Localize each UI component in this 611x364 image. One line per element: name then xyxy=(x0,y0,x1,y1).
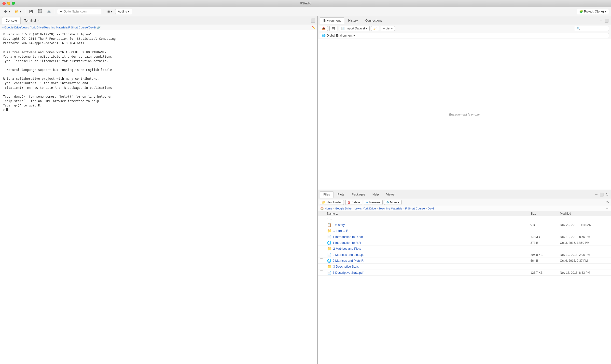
desc-pdf-link[interactable]: 3 Descriptive Stats.pdf xyxy=(333,271,363,274)
save-all-button[interactable] xyxy=(36,8,44,15)
save-button[interactable]: 💾 xyxy=(27,9,35,14)
path-copy-icon[interactable]: 🔗 xyxy=(97,26,100,29)
desc-pdf-icon: 📄 xyxy=(327,271,331,275)
open-file-button[interactable]: 📂 ▾ xyxy=(13,9,23,14)
tab-viewer[interactable]: Viewer xyxy=(383,192,399,197)
tab-files[interactable]: Files xyxy=(320,191,333,198)
import-dataset-button[interactable]: 📊 Import Dataset ▾ xyxy=(339,26,370,31)
console-clear-icon[interactable]: ✏️ xyxy=(312,26,315,29)
files-maximize-icon[interactable]: ⬜ xyxy=(599,192,604,197)
project-dropdown-icon: ▾ xyxy=(605,10,606,13)
desc-pdf-checkbox[interactable] xyxy=(320,271,323,274)
intro-folder-link[interactable]: 1 Intro to R xyxy=(333,229,348,233)
grid-icon-button[interactable]: ⊞ ▾ xyxy=(105,9,114,14)
breadcrumb-york-drive[interactable]: Lewis' York Drive xyxy=(354,207,376,210)
rhistory-size: 0 B xyxy=(530,223,560,227)
desc-pdf-modified: Nov 18, 2018, 8:33 PM xyxy=(560,271,609,274)
list-dropdown-icon: ▾ xyxy=(391,27,393,30)
desc-folder-link[interactable]: 3 Descriptive Stats xyxy=(333,265,359,268)
env-tab-actions: ─ ⬜ xyxy=(599,18,609,23)
env-minimize-icon[interactable]: ─ xyxy=(599,18,603,23)
breadcrumb-r-short-course[interactable]: R Short-Course xyxy=(405,207,425,210)
clear-console-button[interactable]: 🧹 xyxy=(371,26,379,31)
intro-pdf-link[interactable]: 1 Introduction to R.pdf xyxy=(333,235,363,239)
env-dropdown-icon: ▾ xyxy=(353,34,355,37)
delete-button[interactable]: 🗑 Delete xyxy=(345,200,362,205)
tab-terminal[interactable]: Terminal ✕ xyxy=(21,17,44,24)
rhistory-icon: 📋 xyxy=(327,223,331,227)
env-empty-message: Environment is empty xyxy=(318,39,611,190)
new-file-button[interactable]: ➕ ▾ xyxy=(2,9,12,14)
intro-r-modified: Oct 3, 2016, 12:50 PM xyxy=(560,241,609,245)
breadcrumb: 🏠 Home › Google Drive › Lewis' York Driv… xyxy=(318,206,611,211)
rhistory-checkbox[interactable] xyxy=(320,223,323,226)
intro-r-checkbox[interactable] xyxy=(320,241,323,244)
matrices-folder-checkbox[interactable] xyxy=(320,247,323,250)
save-workspace-button[interactable]: 💾 xyxy=(329,26,337,31)
tab-environment[interactable]: Environment xyxy=(320,17,344,24)
breadcrumb-home[interactable]: Home xyxy=(325,207,332,210)
row-up-name: ↑ .. xyxy=(327,217,530,221)
terminal-close-icon[interactable]: ✕ xyxy=(38,19,40,22)
intro-pdf-checkbox[interactable] xyxy=(320,235,323,238)
tab-history[interactable]: History xyxy=(345,18,361,24)
global-env-button[interactable]: 🌐 Global Environment ▾ xyxy=(320,33,609,38)
addins-button[interactable]: Addins ▾ xyxy=(115,9,132,14)
files-minimize-icon[interactable]: ─ xyxy=(595,192,598,197)
list-item: 📄 2 Matrices and plots.pdf 296.8 KB Nov … xyxy=(318,252,611,258)
console-maximize-icon[interactable]: ⬜ xyxy=(310,18,315,23)
list-item: 📋 .Rhistory 0 B Nov 20, 2019, 11:48 AM xyxy=(318,222,611,228)
header-name-col[interactable]: Name ▲ xyxy=(327,212,530,215)
rename-button[interactable]: ✏ Rename xyxy=(364,200,383,205)
more-icon: ⚙ xyxy=(386,201,389,204)
list-view-button[interactable]: ≡ List ▾ xyxy=(381,26,395,31)
rhistory-link[interactable]: .Rhistory xyxy=(333,223,345,227)
lower-right-pane: Files Plots Packages Help Viewer ─ ⬜ ↻ xyxy=(318,190,611,364)
matrices-r-link[interactable]: 2 Matrices and Plots.R xyxy=(333,259,364,262)
tab-packages[interactable]: Packages xyxy=(348,192,369,197)
go-to-file-input[interactable]: ➡ Go to file/function xyxy=(57,9,101,14)
rhistory-check xyxy=(320,223,327,227)
matrices-folder-link[interactable]: 2 Matrices and Plots xyxy=(333,247,361,250)
matrices-pdf-link[interactable]: 2 Matrices and plots.pdf xyxy=(333,253,365,257)
files-toolbar: 📁 New Folder 🗑 Delete ✏ Rename ⚙ More ▾ … xyxy=(318,199,611,206)
tab-help[interactable]: Help xyxy=(369,192,382,197)
intro-pdf-modified: Nov 18, 2018, 8:56 PM xyxy=(560,235,609,239)
tab-connections[interactable]: Connections xyxy=(362,18,386,24)
matrices-pdf-checkbox[interactable] xyxy=(320,253,323,256)
new-folder-button[interactable]: 📁 New Folder xyxy=(320,200,344,205)
open-file-icon: 📂 xyxy=(15,10,19,13)
breadcrumb-teaching-materials[interactable]: Teaching Materials xyxy=(379,207,402,210)
refresh-button[interactable]: ↻ xyxy=(606,201,609,204)
files-refresh-icon[interactable]: ↻ xyxy=(605,192,609,197)
maximize-button[interactable] xyxy=(12,2,15,5)
breadcrumb-google-drive[interactable]: Google Drive xyxy=(335,207,351,210)
minimize-button[interactable] xyxy=(7,2,10,5)
more-button[interactable]: ⚙ More ▾ xyxy=(384,200,401,205)
console-cursor xyxy=(6,108,8,113)
pdf-icon: 📄 xyxy=(327,235,331,239)
intro-folder-checkbox[interactable] xyxy=(320,229,323,232)
project-button[interactable]: 🧩 Project: (None) ▾ xyxy=(577,9,609,14)
intro-r-name: 🌐 1 Introduction to R.R xyxy=(327,241,530,245)
list-item: 📁 1 Intro to R xyxy=(318,228,611,234)
breadcrumb-more-button[interactable]: ··· xyxy=(606,207,609,210)
console-output: R version 3.5.2 (2018-12-20) -- "Eggshel… xyxy=(0,30,317,364)
titlebar: RStudio xyxy=(0,0,611,7)
tab-console[interactable]: Console xyxy=(2,17,21,24)
load-icon: 📥 xyxy=(322,27,326,30)
desc-pdf-name: 📄 3 Descriptive Stats.pdf xyxy=(327,271,530,275)
load-workspace-button[interactable]: 📥 xyxy=(320,26,328,31)
env-maximize-icon[interactable]: ⬜ xyxy=(604,18,609,23)
desc-folder-checkbox[interactable] xyxy=(320,265,323,268)
desc-folder-name: 📁 3 Descriptive Stats xyxy=(327,264,530,269)
print-button[interactable]: 🖨️ xyxy=(45,9,53,14)
breadcrumb-day1[interactable]: Day1 xyxy=(428,207,434,210)
tab-plots[interactable]: Plots xyxy=(334,192,348,197)
close-button[interactable] xyxy=(2,2,6,5)
env-search-input[interactable] xyxy=(575,26,609,31)
list-item: 🌐 1 Introduction to R.R 378 B Oct 3, 201… xyxy=(318,240,611,246)
matrices-r-checkbox[interactable] xyxy=(320,259,323,262)
row-up-label[interactable]: .. xyxy=(330,217,332,221)
intro-r-link[interactable]: 1 Introduction to R.R xyxy=(333,241,361,245)
